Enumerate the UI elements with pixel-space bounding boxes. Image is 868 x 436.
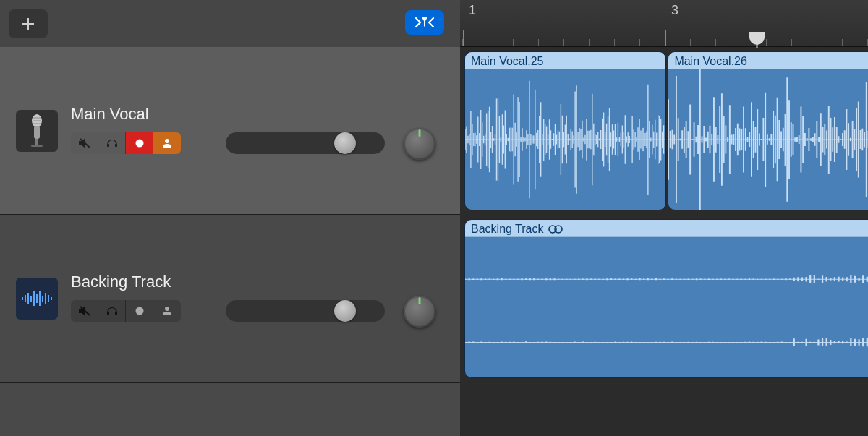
track-icon xyxy=(16,278,58,320)
input-monitor-button[interactable] xyxy=(153,300,181,322)
svg-point-22 xyxy=(135,307,143,315)
arrange-area[interactable]: 1357 Main Vocal.25 xyxy=(460,0,868,436)
region-lane[interactable]: Backing Track xyxy=(460,215,868,382)
plus-icon xyxy=(21,17,35,31)
mute-icon xyxy=(78,137,91,149)
catch-playhead-button[interactable] xyxy=(405,10,444,35)
audio-region[interactable]: Backing Track xyxy=(464,219,868,378)
region-header[interactable]: Main Vocal.25 xyxy=(465,52,665,69)
pan-knob[interactable] xyxy=(404,128,435,160)
region-lanes: Main Vocal.25 Main Vocal.26 xyxy=(460,47,868,436)
track-control-buttons xyxy=(71,132,181,154)
audio-region[interactable]: Main Vocal.26 xyxy=(668,51,868,210)
svg-rect-1 xyxy=(34,126,40,139)
region-waveform xyxy=(465,237,868,377)
track-header-backing-track[interactable]: Backing Track xyxy=(0,215,460,382)
catch-funnel-icon xyxy=(414,15,435,30)
track-control-buttons xyxy=(71,300,181,322)
track-icon xyxy=(16,110,58,152)
headphones-icon xyxy=(106,305,119,317)
daw-window: Main Vocal xyxy=(0,0,868,436)
svg-point-23 xyxy=(165,307,169,311)
audio-waveform-icon xyxy=(21,290,53,307)
svg-point-9 xyxy=(165,139,169,143)
svg-rect-3 xyxy=(31,145,43,147)
track-header-panel: Main Vocal xyxy=(0,0,460,436)
region-waveform xyxy=(465,69,665,210)
volume-slider-thumb[interactable] xyxy=(334,300,356,322)
input-monitor-button[interactable] xyxy=(153,132,181,154)
volume-slider[interactable] xyxy=(226,300,385,322)
record-enable-button[interactable] xyxy=(126,300,153,322)
timeline-ruler[interactable]: 1357 xyxy=(460,0,868,47)
region-name-label: Backing Track xyxy=(471,223,543,236)
pan-knob[interactable] xyxy=(404,296,435,328)
region-waveform xyxy=(668,69,868,210)
input-monitor-icon xyxy=(161,137,174,149)
mute-button[interactable] xyxy=(71,132,98,154)
region-name-label: Main Vocal.25 xyxy=(471,55,544,68)
add-track-button[interactable] xyxy=(9,9,48,38)
microphone-icon xyxy=(27,114,47,148)
ruler-bar-number: 1 xyxy=(469,3,476,18)
ruler-bar-number: 3 xyxy=(671,3,678,18)
loop-icon xyxy=(548,224,563,234)
headphones-icon xyxy=(106,137,119,149)
audio-region[interactable]: Main Vocal.25 xyxy=(464,51,666,210)
empty-track-area xyxy=(0,382,460,436)
svg-rect-2 xyxy=(35,139,38,145)
record-icon xyxy=(135,138,145,148)
volume-slider[interactable] xyxy=(226,132,385,154)
playhead-handle-icon[interactable] xyxy=(749,32,765,48)
monitor-headphones-button[interactable] xyxy=(98,132,126,154)
input-monitor-icon xyxy=(161,305,174,317)
region-header[interactable]: Main Vocal.26 xyxy=(668,52,868,69)
mute-icon xyxy=(78,305,91,317)
track-name-label[interactable]: Backing Track xyxy=(71,273,171,291)
record-enable-button[interactable] xyxy=(126,132,153,154)
region-header[interactable]: Backing Track xyxy=(465,220,868,237)
playhead[interactable] xyxy=(757,33,757,436)
track-list-toolbar xyxy=(0,0,460,47)
record-icon xyxy=(135,306,145,316)
region-name-label: Main Vocal.26 xyxy=(674,55,747,68)
main-area: Main Vocal xyxy=(0,0,868,436)
region-lane[interactable]: Main Vocal.25 Main Vocal.26 xyxy=(460,47,868,215)
track-name-label[interactable]: Main Vocal xyxy=(71,105,149,124)
monitor-headphones-button[interactable] xyxy=(98,300,126,322)
volume-slider-thumb[interactable] xyxy=(334,132,356,154)
track-header-main-vocal[interactable]: Main Vocal xyxy=(0,47,460,215)
mute-button[interactable] xyxy=(71,300,98,322)
svg-point-8 xyxy=(135,140,143,148)
